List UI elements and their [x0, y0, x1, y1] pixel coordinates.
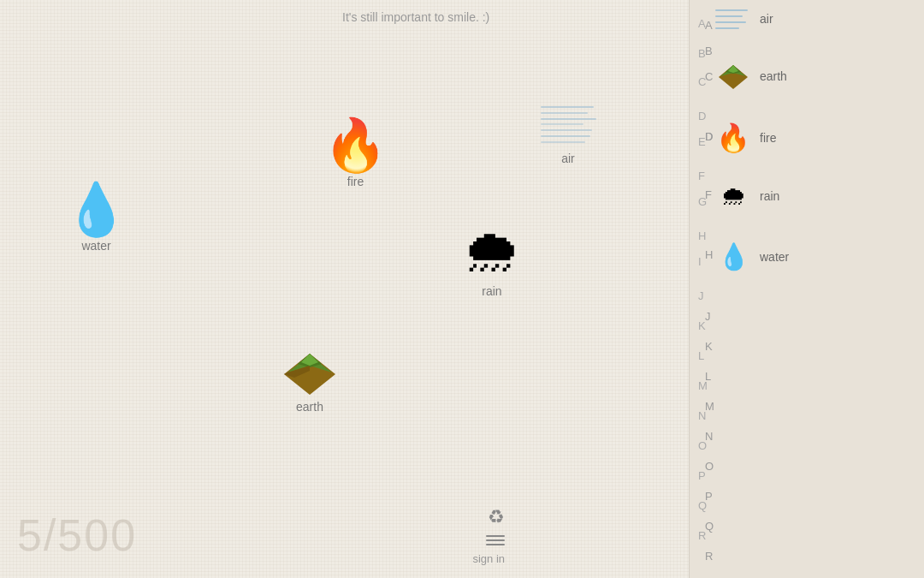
sidebar-letter-r[interactable]: R — [705, 550, 713, 563]
sidebar-fire-icon: 🔥 — [715, 122, 751, 154]
earth-icon — [281, 347, 339, 396]
score-display: 5/500 — [17, 509, 137, 561]
bottom-controls: ♻ sign in — [472, 506, 505, 565]
element-fire[interactable]: 🔥 fire — [323, 120, 388, 188]
water-label: water — [81, 239, 110, 253]
sidebar-letter-f-label[interactable]: F — [698, 170, 705, 182]
air-visual-icon — [539, 101, 597, 148]
air-label: air — [561, 152, 575, 165]
sidebar-letter-o[interactable]: O — [705, 460, 714, 473]
sidebar-letter-i-label[interactable]: I — [698, 255, 702, 268]
sidebar: A B C D D F H J K L M N O P Q R air A B … — [689, 0, 924, 578]
sidebar-letter-m-label[interactable]: M — [698, 379, 708, 392]
sidebar-letter-p-label[interactable]: P — [698, 469, 706, 482]
menu-line-3 — [486, 544, 505, 545]
sidebar-earth-icon — [715, 62, 751, 91]
sidebar-letter-k-label[interactable]: K — [698, 319, 706, 332]
sidebar-rain-icon: 🌧 — [715, 182, 751, 211]
sidebar-letter-q[interactable]: Q — [705, 520, 714, 533]
earth-label: earth — [296, 400, 323, 414]
menu-line-1 — [486, 535, 505, 537]
rain-label: rain — [482, 284, 501, 298]
sidebar-item-rain[interactable]: 🌧 rain — [715, 182, 779, 211]
sidebar-rain-label: rain — [760, 189, 779, 203]
menu-button[interactable] — [486, 535, 505, 545]
sidebar-item-fire[interactable]: 🔥 fire — [715, 122, 776, 154]
main-canvas: It's still important to smile. :) 💧 wate… — [0, 0, 689, 578]
sidebar-air-icon — [715, 7, 751, 31]
sidebar-letter-b[interactable]: B — [705, 45, 713, 57]
sign-in-button[interactable]: sign in — [472, 552, 505, 565]
sidebar-letter-q-label[interactable]: Q — [698, 499, 707, 512]
sidebar-letter-a[interactable]: A — [705, 19, 713, 32]
sidebar-letter-d-label[interactable]: D — [698, 110, 706, 122]
sidebar-letter-j-label[interactable]: J — [698, 289, 704, 302]
sidebar-letter-h-label[interactable]: H — [698, 229, 706, 242]
element-water[interactable]: 💧 water — [64, 184, 128, 253]
sidebar-letter-g-label[interactable]: G — [698, 195, 707, 208]
sidebar-water-label: water — [760, 250, 789, 264]
fire-icon: 🔥 — [323, 120, 388, 171]
sidebar-letter-r-label[interactable]: R — [698, 529, 706, 542]
sidebar-item-water[interactable]: 💧 water — [715, 241, 789, 271]
sidebar-letter-c-label[interactable]: C — [698, 75, 706, 88]
sidebar-letter-a-label[interactable]: A — [698, 17, 706, 30]
water-icon: 💧 — [64, 184, 128, 235]
sidebar-earth-label: earth — [760, 69, 787, 83]
sidebar-fire-label: fire — [760, 131, 776, 145]
sidebar-air-label: air — [760, 12, 773, 26]
element-rain[interactable]: 🌧 rain — [462, 221, 522, 298]
sidebar-letter-k[interactable]: K — [705, 340, 713, 353]
sidebar-letter-e-label[interactable]: E — [698, 135, 706, 148]
sidebar-water-icon: 💧 — [715, 241, 751, 271]
sidebar-letter-b-label[interactable]: B — [698, 47, 706, 60]
sidebar-item-air[interactable]: air — [715, 7, 773, 31]
sidebar-letter-o-label[interactable]: O — [698, 439, 707, 452]
sidebar-item-earth[interactable]: earth — [715, 62, 787, 91]
sidebar-letter-h[interactable]: H — [705, 248, 713, 261]
sidebar-letter-n-label[interactable]: N — [698, 409, 706, 422]
sidebar-letter-c[interactable]: C — [705, 70, 713, 83]
element-air[interactable]: air — [539, 101, 597, 165]
recycle-button[interactable]: ♻ — [488, 506, 505, 528]
top-message: It's still important to smile. :) — [342, 10, 489, 24]
element-earth[interactable]: earth — [281, 347, 339, 414]
fire-label: fire — [347, 175, 364, 188]
rain-icon: 🌧 — [462, 221, 522, 281]
sidebar-letter-d2: D — [705, 130, 713, 143]
sidebar-letter-m[interactable]: M — [705, 400, 714, 413]
menu-line-2 — [486, 539, 505, 541]
sidebar-letter-l-label[interactable]: L — [698, 349, 704, 362]
